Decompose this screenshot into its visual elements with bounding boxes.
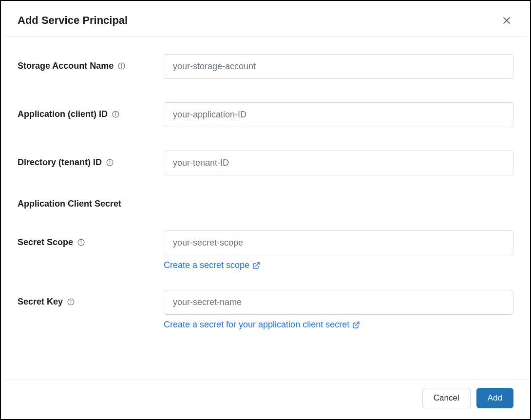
close-button[interactable]: [500, 14, 513, 27]
cancel-button[interactable]: Cancel: [422, 388, 471, 408]
info-icon[interactable]: [67, 298, 75, 306]
secret-scope-input[interactable]: [164, 230, 513, 255]
directory-id-input[interactable]: [164, 151, 513, 175]
svg-point-10: [110, 161, 110, 161]
storage-account-input-col: [164, 54, 513, 79]
info-icon[interactable]: [106, 158, 114, 167]
svg-point-4: [121, 64, 122, 65]
svg-point-17: [71, 300, 71, 301]
storage-account-row: Storage Account Name: [18, 54, 513, 79]
create-secret-link[interactable]: Create a secret for your application cli…: [164, 320, 360, 330]
modal-footer: Cancel Add: [4, 380, 527, 416]
directory-id-label-col: Directory (tenant) ID: [18, 151, 164, 168]
external-link-icon: [352, 321, 360, 329]
directory-id-row: Directory (tenant) ID: [18, 151, 513, 175]
secret-key-row: Secret Key Create a secret for your appl…: [18, 290, 513, 330]
storage-account-label: Storage Account Name: [18, 61, 114, 71]
application-id-label: Application (client) ID: [18, 109, 108, 119]
directory-id-label: Directory (tenant) ID: [18, 157, 102, 168]
client-secret-section: Application Client Secret: [18, 199, 513, 209]
application-id-label-col: Application (client) ID: [18, 102, 164, 119]
create-secret-link-text: Create a secret for your application cli…: [164, 320, 349, 330]
svg-line-14: [256, 263, 259, 266]
external-link-icon: [252, 262, 260, 269]
add-service-principal-modal: Add Service Principal Storage Account Na…: [0, 0, 531, 420]
info-icon[interactable]: [117, 62, 126, 70]
svg-point-7: [115, 113, 116, 113]
close-icon: [502, 16, 512, 25]
secret-key-input[interactable]: [164, 290, 513, 315]
create-secret-scope-link-text: Create a secret scope: [164, 260, 249, 270]
application-id-row: Application (client) ID: [18, 102, 513, 127]
secret-scope-input-col: Create a secret scope: [164, 230, 513, 270]
application-id-input[interactable]: [164, 102, 513, 127]
secret-key-input-col: Create a secret for your application cli…: [164, 290, 513, 330]
application-id-input-col: [164, 102, 513, 127]
svg-line-18: [356, 322, 359, 325]
storage-account-label-col: Storage Account Name: [18, 54, 164, 71]
client-secret-section-label: Application Client Secret: [18, 199, 121, 209]
storage-account-input[interactable]: [164, 54, 513, 79]
modal-header: Add Service Principal: [4, 4, 527, 37]
svg-point-13: [81, 241, 81, 241]
secret-key-label-col: Secret Key: [18, 290, 164, 307]
secret-scope-label: Secret Scope: [18, 237, 73, 248]
modal-title: Add Service Principal: [18, 14, 128, 27]
secret-scope-row: Secret Scope Create a secret scope: [18, 230, 513, 270]
create-secret-scope-link[interactable]: Create a secret scope: [164, 260, 260, 270]
secret-scope-label-col: Secret Scope: [18, 230, 164, 248]
add-button[interactable]: Add: [476, 388, 513, 408]
directory-id-input-col: [164, 151, 513, 175]
secret-key-label: Secret Key: [18, 297, 63, 307]
info-icon[interactable]: [77, 238, 85, 247]
info-icon[interactable]: [112, 110, 120, 118]
modal-body: Storage Account Name Application (client…: [4, 37, 527, 380]
